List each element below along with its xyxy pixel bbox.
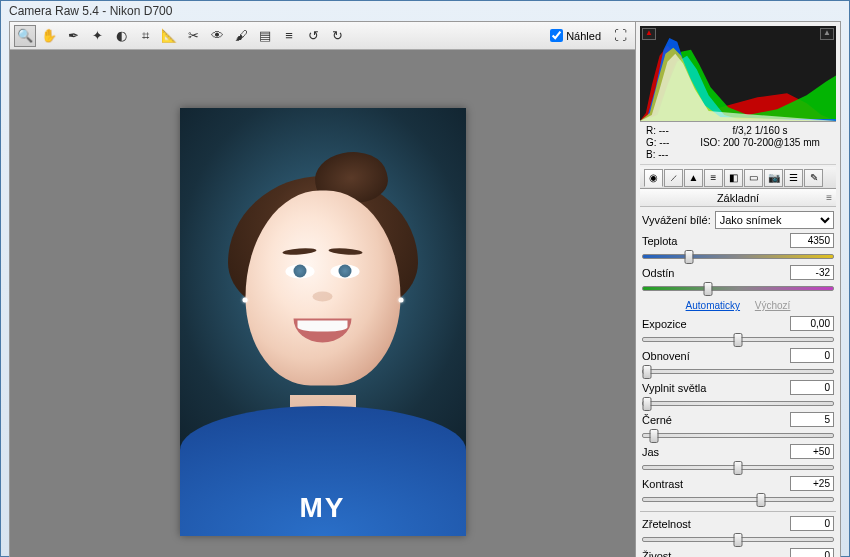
slider-teplota-thumb[interactable] xyxy=(684,250,693,264)
default-link[interactable]: Výchozí xyxy=(755,300,791,311)
slider-kontrast: Kontrast+25 xyxy=(642,476,834,506)
tab-camera-icon[interactable]: 📷 xyxy=(764,169,783,187)
tab-split-icon[interactable]: ◧ xyxy=(724,169,743,187)
slider-kontrast-track[interactable] xyxy=(642,492,834,506)
slider-obnoveni-thumb[interactable] xyxy=(642,365,651,379)
slider-vyplnit-label: Vyplnit světla xyxy=(642,382,706,394)
slider-vyplnit-track[interactable] xyxy=(642,396,834,410)
preview-area[interactable]: MY xyxy=(10,50,635,557)
fullscreen-icon[interactable]: ⛶ xyxy=(609,25,631,47)
slider-zretelnost-value[interactable]: 0 xyxy=(790,516,834,531)
tab-lens-icon[interactable]: ▭ xyxy=(744,169,763,187)
slider-kontrast-label: Kontrast xyxy=(642,478,683,490)
slider-cerne: Černé5 xyxy=(642,412,834,442)
shirt-text: MY xyxy=(213,492,433,524)
slider-odstin: Odstín-32 xyxy=(642,265,834,295)
slider-vyplnit-value[interactable]: 0 xyxy=(790,380,834,395)
shadow-clipping-icon[interactable] xyxy=(642,28,656,40)
preview-label: Náhled xyxy=(566,30,601,42)
titlebar: Camera Raw 5.4 - Nikon D700 xyxy=(1,1,849,21)
auto-link[interactable]: Automaticky xyxy=(686,300,740,311)
settings-panel: Vyvážení bílé: Jako snímek Teplota4350Od… xyxy=(636,207,840,557)
rotate-ccw-icon[interactable]: ↺ xyxy=(302,25,324,47)
graduated-filter-tool-icon[interactable]: ▤ xyxy=(254,25,276,47)
slider-vyplnit: Vyplnit světla0 xyxy=(642,380,834,410)
slider-zretelnost: Zřetelnost0 xyxy=(642,516,834,546)
slider-jas: Jas+50 xyxy=(642,444,834,474)
slider-obnoveni-label: Obnovení xyxy=(642,350,690,362)
slider-jas-track[interactable] xyxy=(642,460,834,474)
slider-cerne-thumb[interactable] xyxy=(650,429,659,443)
preview-checkbox[interactable]: Náhled xyxy=(550,29,601,42)
slider-teplota-label: Teplota xyxy=(642,235,677,247)
toolbar: 🔍 ✋ ✒ ✦ ◐ ⌗ 📐 ✂ 👁 🖌 ▤ ≡ ↺ ↻ xyxy=(10,22,635,50)
slider-zretelnost-track[interactable] xyxy=(642,532,834,546)
wb-label: Vyvážení bílé: xyxy=(642,214,711,226)
slider-expozice-track[interactable] xyxy=(642,332,834,346)
wb-select[interactable]: Jako snímek xyxy=(715,211,834,229)
slider-cerne-label: Černé xyxy=(642,414,672,426)
zoom-tool-icon[interactable]: 🔍 xyxy=(14,25,36,47)
hand-tool-icon[interactable]: ✋ xyxy=(38,25,60,47)
preferences-icon[interactable]: ≡ xyxy=(278,25,300,47)
slider-teplota-track[interactable] xyxy=(642,249,834,263)
exif-info: f/3,2 1/160 s ISO: 200 70-200@135 mm xyxy=(690,125,830,161)
tab-basic-icon[interactable]: ◉ xyxy=(644,169,663,187)
slider-cerne-track[interactable] xyxy=(642,428,834,442)
tab-hsl-icon[interactable]: ≡ xyxy=(704,169,723,187)
right-panel: R: --- G: --- B: --- f/3,2 1/160 s ISO: … xyxy=(636,22,840,557)
tab-presets-icon[interactable]: ☰ xyxy=(784,169,803,187)
info-row: R: --- G: --- B: --- f/3,2 1/160 s ISO: … xyxy=(640,122,836,165)
slider-odstin-label: Odstín xyxy=(642,267,674,279)
slider-expozice-value[interactable]: 0,00 xyxy=(790,316,834,331)
tab-snapshots-icon[interactable]: ✎ xyxy=(804,169,823,187)
camera-raw-window: Camera Raw 5.4 - Nikon D700 🔍 ✋ ✒ ✦ ◐ ⌗ … xyxy=(0,0,850,557)
redeye-tool-icon[interactable]: 👁 xyxy=(206,25,228,47)
slider-expozice-thumb[interactable] xyxy=(734,333,743,347)
slider-teplota: Teplota4350 xyxy=(642,233,834,263)
slider-odstin-value[interactable]: -32 xyxy=(790,265,834,280)
color-sampler-tool-icon[interactable]: ✦ xyxy=(86,25,108,47)
slider-odstin-thumb[interactable] xyxy=(703,282,712,296)
slider-obnoveni-value[interactable]: 0 xyxy=(790,348,834,363)
content-area: 🔍 ✋ ✒ ✦ ◐ ⌗ 📐 ✂ 👁 🖌 ▤ ≡ ↺ ↻ xyxy=(9,21,841,557)
slider-expozice-label: Expozice xyxy=(642,318,687,330)
slider-vyplnit-thumb[interactable] xyxy=(642,397,651,411)
spot-removal-tool-icon[interactable]: ✂ xyxy=(182,25,204,47)
slider-jas-label: Jas xyxy=(642,446,659,458)
slider-expozice: Expozice0,00 xyxy=(642,316,834,346)
tab-detail-icon[interactable]: ▲ xyxy=(684,169,703,187)
slider-zivost-label: Živost xyxy=(642,550,671,558)
main-area: 🔍 ✋ ✒ ✦ ◐ ⌗ 📐 ✂ 👁 🖌 ▤ ≡ ↺ ↻ xyxy=(10,22,840,557)
preview-checkbox-input[interactable] xyxy=(550,29,563,42)
panel-tabs: ◉ ⟋ ▲ ≡ ◧ ▭ 📷 ☰ ✎ xyxy=(640,167,836,189)
rotate-cw-icon[interactable]: ↻ xyxy=(326,25,348,47)
target-adjust-tool-icon[interactable]: ◐ xyxy=(110,25,132,47)
slider-zivost-value[interactable]: 0 xyxy=(790,548,834,557)
slider-cerne-value[interactable]: 5 xyxy=(790,412,834,427)
white-balance-tool-icon[interactable]: ✒ xyxy=(62,25,84,47)
histogram[interactable] xyxy=(640,26,836,122)
slider-zretelnost-label: Zřetelnost xyxy=(642,518,691,530)
tab-curve-icon[interactable]: ⟋ xyxy=(664,169,683,187)
straighten-tool-icon[interactable]: 📐 xyxy=(158,25,180,47)
slider-odstin-track[interactable] xyxy=(642,281,834,295)
slider-zivost: Živost0 xyxy=(642,548,834,557)
slider-teplota-value[interactable]: 4350 xyxy=(790,233,834,248)
slider-jas-thumb[interactable] xyxy=(734,461,743,475)
slider-kontrast-value[interactable]: +25 xyxy=(790,476,834,491)
photo-preview: MY xyxy=(180,108,466,536)
slider-obnoveni-track[interactable] xyxy=(642,364,834,378)
highlight-clipping-icon[interactable] xyxy=(820,28,834,40)
window-title: Camera Raw 5.4 - Nikon D700 xyxy=(9,4,172,18)
left-panel: 🔍 ✋ ✒ ✦ ◐ ⌗ 📐 ✂ 👁 🖌 ▤ ≡ ↺ ↻ xyxy=(10,22,636,557)
slider-kontrast-thumb[interactable] xyxy=(756,493,765,507)
crop-tool-icon[interactable]: ⌗ xyxy=(134,25,156,47)
adjustment-brush-tool-icon[interactable]: 🖌 xyxy=(230,25,252,47)
slider-obnoveni: Obnovení0 xyxy=(642,348,834,378)
panel-title[interactable]: Základní xyxy=(640,189,836,207)
slider-jas-value[interactable]: +50 xyxy=(790,444,834,459)
rgb-info: R: --- G: --- B: --- xyxy=(646,125,690,161)
slider-zretelnost-thumb[interactable] xyxy=(734,533,743,547)
